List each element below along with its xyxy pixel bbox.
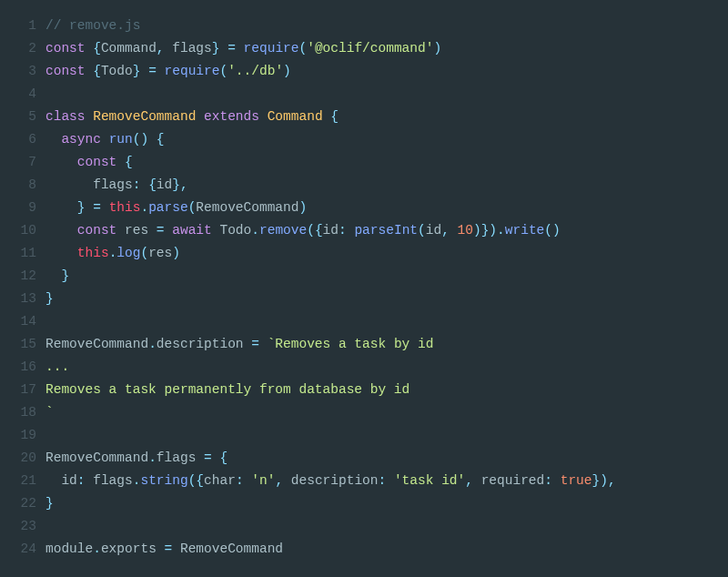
token: async: [61, 132, 101, 147]
token: },: [172, 177, 187, 192]
token: [86, 109, 94, 124]
code-line[interactable]: 20RemoveCommand.flags = {: [9, 447, 719, 470]
line-number: 12: [9, 265, 46, 288]
code-content[interactable]: [46, 310, 719, 333]
token: .: [148, 450, 157, 465]
code-line[interactable]: 4: [9, 83, 719, 106]
code-content[interactable]: flags: {id},: [46, 174, 719, 197]
token: (: [299, 41, 308, 56]
code-line[interactable]: 22}: [9, 492, 719, 515]
token: parse: [148, 200, 188, 215]
token: ): [298, 200, 307, 215]
code-content[interactable]: Removes a task permanently from database…: [46, 379, 719, 401]
token: Todo: [101, 64, 133, 78]
token: [157, 542, 165, 556]
line-number: 21: [9, 470, 46, 492]
code-line[interactable]: 5class RemoveCommand extends Command {: [9, 106, 719, 128]
token: run: [109, 132, 133, 147]
code-content[interactable]: [46, 515, 719, 538]
code-line[interactable]: 2const {Command, flags} = require('@ocli…: [9, 37, 719, 60]
code-content[interactable]: // remove.js: [46, 15, 719, 37]
token: class: [46, 109, 86, 124]
code-content[interactable]: module.exports = RemoveCommand: [46, 538, 719, 561]
code-content[interactable]: async run() {: [46, 128, 719, 151]
code-content[interactable]: id: flags.string({char: 'n', description…: [46, 470, 719, 492]
code-content[interactable]: }: [46, 288, 719, 310]
token: =: [93, 200, 101, 215]
code-line[interactable]: 19: [9, 424, 719, 447]
token: [46, 246, 77, 260]
token: }: [46, 291, 54, 306]
code-line[interactable]: 1// remove.js: [9, 15, 719, 37]
token: [86, 41, 94, 56]
token: parseInt: [354, 223, 418, 238]
code-line[interactable]: 24module.exports = RemoveCommand: [9, 538, 719, 561]
token: [244, 337, 252, 351]
code-line[interactable]: 21 id: flags.string({char: 'n', descript…: [9, 470, 719, 492]
line-number: 18: [9, 401, 46, 424]
code-content[interactable]: }: [46, 492, 719, 515]
token: [259, 337, 268, 351]
token: 'task id': [394, 473, 465, 488]
token: id: [157, 177, 172, 192]
code-content[interactable]: const {Todo} = require('../db'): [46, 60, 719, 83]
token: .: [93, 542, 101, 556]
token: }: [77, 200, 86, 215]
code-line[interactable]: 12 }: [9, 265, 719, 288]
code-line[interactable]: 13}: [9, 288, 719, 310]
token: [46, 155, 77, 169]
code-content[interactable]: ...: [46, 356, 719, 379]
code-line[interactable]: 16...: [9, 356, 719, 379]
code-line[interactable]: 23: [9, 515, 719, 538]
code-line[interactable]: 11 this.log(res): [9, 242, 719, 265]
token: Removes a task permanently from database…: [46, 382, 410, 397]
code-content[interactable]: const {: [46, 151, 719, 174]
token: required: [473, 473, 544, 488]
code-content[interactable]: const res = await Todo.remove({id: parse…: [46, 219, 719, 242]
token: const: [46, 64, 86, 78]
code-content[interactable]: [46, 424, 719, 447]
token: '../db': [228, 64, 283, 78]
code-line[interactable]: 15RemoveCommand.description = `Removes a…: [9, 333, 719, 356]
token: ...: [46, 359, 69, 374]
code-content[interactable]: }: [46, 265, 719, 288]
code-line[interactable]: 3const {Todo} = require('../db'): [9, 60, 719, 83]
token: [86, 200, 94, 215]
code-line[interactable]: 9 } = this.parse(RemoveCommand): [9, 197, 719, 219]
token: 'n': [251, 473, 275, 488]
code-line[interactable]: 18`: [9, 401, 719, 424]
code-line[interactable]: 8 flags: {id},: [9, 174, 719, 197]
code-content[interactable]: RemoveCommand.description = `Removes a t…: [46, 333, 719, 356]
token: RemoveCommand: [172, 542, 283, 556]
code-content[interactable]: const {Command, flags} = require('@oclif…: [46, 37, 719, 60]
token: =: [204, 450, 212, 465]
token: =: [251, 337, 259, 351]
code-content[interactable]: } = this.parse(RemoveCommand): [46, 197, 719, 219]
token: [46, 200, 77, 215]
code-content[interactable]: RemoveCommand.flags = {: [46, 447, 719, 470]
code-line[interactable]: 7 const {: [9, 151, 719, 174]
line-number: 3: [9, 60, 46, 83]
token: }: [61, 268, 69, 283]
token: ): [172, 246, 180, 260]
token: flags: [165, 41, 212, 56]
token: {: [157, 132, 165, 147]
code-content[interactable]: `: [46, 401, 719, 424]
code-content[interactable]: this.log(res): [46, 242, 719, 265]
code-line[interactable]: 6 async run() {: [9, 128, 719, 151]
token: [196, 109, 204, 124]
code-line[interactable]: 14: [9, 310, 719, 333]
code-line[interactable]: 10 const res = await Todo.remove({id: pa…: [9, 219, 719, 242]
line-number: 8: [9, 174, 46, 197]
token: [259, 109, 268, 124]
code-line[interactable]: 17Removes a task permanently from databa…: [9, 379, 719, 401]
token: 10: [458, 223, 473, 238]
token: res: [148, 246, 172, 260]
token: )}).: [473, 223, 505, 238]
token: this: [77, 246, 109, 260]
line-number: 5: [9, 106, 46, 128]
token: const: [46, 41, 86, 56]
code-editor[interactable]: 1// remove.js2const {Command, flags} = r…: [9, 15, 719, 561]
code-content[interactable]: [46, 83, 719, 106]
code-content[interactable]: class RemoveCommand extends Command {: [46, 106, 719, 128]
